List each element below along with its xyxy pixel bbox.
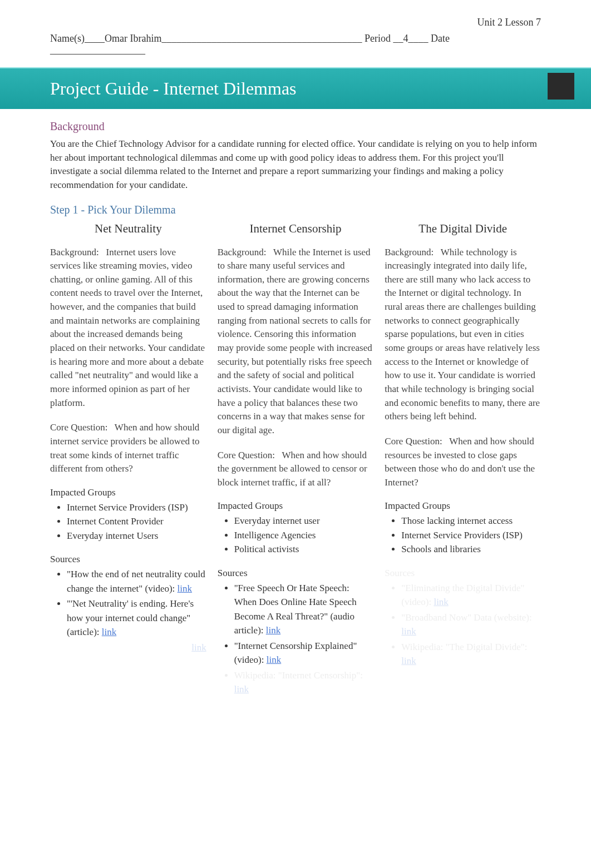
sources-heading-faded: Sources: [385, 568, 541, 579]
page-title: Project Guide - Internet Dilemmas: [0, 78, 591, 99]
name-prefix: Name(s)____: [50, 33, 105, 44]
unit-label: Unit 2 Lesson 7: [50, 17, 541, 28]
source-text-faded: Wikipedia: "Internet Censorship":: [234, 670, 363, 681]
source-link[interactable]: link: [266, 625, 280, 636]
cq-label: Core Question:: [50, 422, 107, 433]
column-internet-censorship: Internet Censorship Background: While th…: [218, 222, 374, 698]
sources-list: "Free Speech Or Hate Speech: When Does O…: [218, 581, 374, 697]
sources-list: "How the end of net neutrality could cha…: [50, 567, 206, 654]
col-title: Internet Censorship: [218, 222, 374, 236]
title-bar: Project Guide - Internet Dilemmas: [0, 67, 591, 109]
source-text: "Free Speech Or Hate Speech: When Does O…: [234, 583, 357, 636]
sources-list: "Eliminating the Digital Divide" (video)…: [385, 581, 541, 668]
source-text-faded: "Broadband Now" Data (website):: [401, 612, 531, 623]
source-link-faded[interactable]: link: [401, 626, 416, 637]
bg-text: Internet users love services like stream…: [50, 247, 205, 408]
list-item: Political activists: [234, 542, 374, 557]
col-background: Background: Internet users love services…: [50, 246, 206, 410]
name-suffix: ________________________________________…: [161, 33, 403, 44]
list-item: Schools and libraries: [401, 542, 541, 557]
impacted-heading: Impacted Groups: [218, 500, 374, 512]
bg-text: While technology is increasingly integra…: [385, 247, 540, 422]
name-value: Omar Ibrahim: [105, 33, 161, 44]
list-item: Everyday internet user: [234, 514, 374, 528]
cq-label: Core Question:: [218, 450, 275, 460]
source-text: "Internet Censorship Explained" (video):: [234, 641, 357, 666]
impacted-heading: Impacted Groups: [50, 487, 206, 498]
source-link-faded[interactable]: link: [234, 684, 249, 695]
sources-heading: Sources: [50, 554, 206, 565]
list-item: Internet Content Provider: [67, 514, 206, 529]
logo-placeholder: [548, 73, 574, 100]
step1-heading: Step 1 - Pick Your Dilemma: [50, 204, 541, 216]
source-text: "'Net Neutrality' is ending. Here's how …: [67, 598, 194, 637]
bg-text: While the Internet is used to share many…: [218, 247, 372, 435]
source-link-faded[interactable]: link: [191, 642, 206, 653]
impacted-list: Internet Service Providers (ISP) Interne…: [50, 500, 206, 543]
list-item-faded: Wikipedia: "Internet Censorship": link: [234, 668, 374, 697]
background-text: You are the Chief Technology Advisor for…: [50, 137, 541, 192]
list-item: Everyday internet Users: [67, 529, 206, 543]
list-item: "Internet Censorship Explained" (video):…: [234, 639, 374, 667]
col-core-question: Core Question: When and how should the g…: [218, 449, 374, 490]
list-item: Those lacking internet access: [401, 514, 541, 528]
source-link[interactable]: link: [178, 583, 192, 594]
bg-label: Background:: [50, 247, 99, 257]
list-item: Intelligence Agencies: [234, 528, 374, 543]
list-item-faded: link: [67, 641, 206, 655]
name-line: Name(s)____Omar Ibrahim_________________…: [50, 33, 541, 56]
list-item-faded: "Broadband Now" Data (website): link: [401, 611, 541, 639]
background-heading: Background: [50, 120, 541, 133]
list-item-faded: "Eliminating the Digital Divide" (video)…: [401, 581, 541, 609]
list-item: Internet Service Providers (ISP): [67, 500, 206, 515]
col-title: The Digital Divide: [385, 222, 541, 236]
source-text-faded: "Eliminating the Digital Divide" (video)…: [401, 583, 524, 608]
list-item: Internet Service Providers (ISP): [401, 528, 541, 543]
impacted-list: Everyday internet user Intelligence Agen…: [218, 514, 374, 557]
impacted-list: Those lacking internet access Internet S…: [385, 514, 541, 557]
bg-label: Background:: [218, 247, 267, 257]
source-link[interactable]: link: [267, 654, 281, 665]
col-background: Background: While technology is increasi…: [385, 246, 541, 424]
list-item: "How the end of net neutrality could cha…: [67, 567, 206, 596]
dilemma-columns: Net Neutrality Background: Internet user…: [50, 222, 541, 698]
list-item: "Free Speech Or Hate Speech: When Does O…: [234, 581, 374, 638]
list-item: "'Net Neutrality' is ending. Here's how …: [67, 597, 206, 639]
column-digital-divide: The Digital Divide Background: While tec…: [385, 222, 541, 698]
col-core-question: Core Question: When and how should resou…: [385, 435, 541, 490]
column-net-neutrality: Net Neutrality Background: Internet user…: [50, 222, 206, 698]
list-item-faded: Wikipedia: "The Digital Divide": link: [401, 640, 541, 668]
source-link[interactable]: link: [102, 627, 116, 637]
cq-label: Core Question:: [385, 436, 442, 447]
source-link-faded[interactable]: link: [434, 597, 448, 607]
col-core-question: Core Question: When and how should inter…: [50, 421, 206, 476]
source-text-faded: Wikipedia: "The Digital Divide":: [401, 642, 527, 652]
sources-heading: Sources: [218, 568, 374, 579]
col-title: Net Neutrality: [50, 222, 206, 236]
bg-label: Background:: [385, 247, 434, 257]
impacted-heading: Impacted Groups: [385, 500, 541, 512]
source-link-faded[interactable]: link: [401, 656, 416, 666]
col-background: Background: While the Internet is used t…: [218, 246, 374, 438]
